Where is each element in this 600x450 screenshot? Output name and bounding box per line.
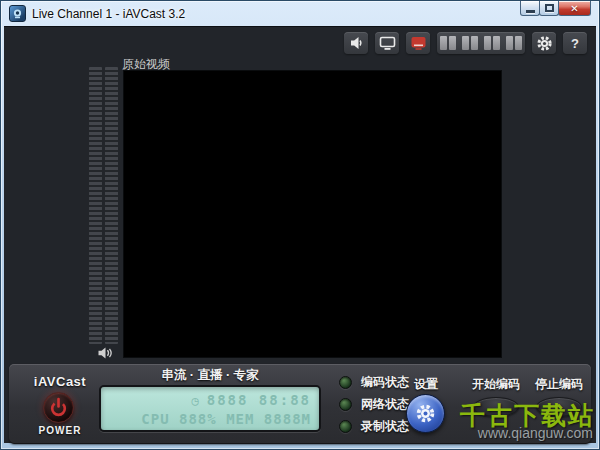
audio-level-meter <box>89 67 121 344</box>
maximize-button[interactable] <box>539 1 559 16</box>
encoding-status-label: 编码状态 <box>361 374 409 391</box>
slogan-label: 串流 · 直播 · 专家 <box>99 367 321 384</box>
channel-meter-icon <box>484 36 500 50</box>
recording-status-label: 录制状态 <box>361 418 409 435</box>
preview-monitor-button[interactable] <box>375 32 399 54</box>
power-label: POWER <box>31 425 89 436</box>
clock-icon: ◷ <box>191 394 200 408</box>
app-icon <box>9 5 26 22</box>
close-button[interactable]: ✕ <box>558 1 591 16</box>
lcd-display: ◷8888 88:88 CPU 888% MEM 8888M <box>99 385 321 432</box>
watermark-url: www.qianguw.com <box>478 425 593 441</box>
audio-toggle-button[interactable] <box>344 32 368 54</box>
encoding-status-led <box>339 376 352 389</box>
network-status-label: 网络状态 <box>361 396 409 413</box>
status-indicators: 编码状态 网络状态 录制状态 <box>339 375 409 441</box>
minimize-icon <box>526 10 535 13</box>
maximize-icon <box>545 4 554 12</box>
settings-toolbar-button[interactable] <box>532 32 556 54</box>
gear-icon <box>536 35 553 52</box>
gear-icon <box>415 403 436 424</box>
help-icon: ? <box>571 36 579 51</box>
title-bar[interactable]: Live Channel 1 - iAVCast 3.2 ✕ <box>1 1 599 26</box>
record-monitor-button[interactable] <box>406 32 430 54</box>
channel-meter-icon <box>440 36 456 50</box>
video-preview <box>123 70 502 358</box>
window-title: Live Channel 1 - iAVCast 3.2 <box>32 7 185 21</box>
lcd-time-value: 8888 88:88 <box>207 392 311 408</box>
channel-bank-button[interactable] <box>437 32 525 54</box>
stop-encoding-label[interactable]: 停止编码 <box>528 376 590 393</box>
start-encoding-label[interactable]: 开始编码 <box>465 376 527 393</box>
meter-left-channel <box>89 67 102 344</box>
recording-status-led <box>339 420 352 433</box>
channel-meter-icon <box>506 36 522 50</box>
brand-label: iAVCast <box>31 374 89 389</box>
speaker-icon <box>349 36 364 50</box>
toolbar: ? <box>344 32 587 54</box>
close-icon: ✕ <box>570 3 578 14</box>
network-status-led <box>339 398 352 411</box>
red-monitor-icon <box>410 36 427 51</box>
minimize-button[interactable] <box>520 1 540 16</box>
status-row-network: 网络状态 <box>339 397 409 411</box>
settings-button[interactable] <box>406 394 445 433</box>
lcd-stats-line: CPU 888% MEM 8888M <box>101 411 311 427</box>
client-area: ? 原始视频 iAVCast POWER <box>4 26 596 443</box>
channel-meter-icon <box>462 36 478 50</box>
window-controls: ✕ <box>521 1 591 16</box>
monitor-mute-button[interactable] <box>97 346 113 364</box>
settings-label: 设置 <box>405 376 447 393</box>
monitor-icon <box>379 36 396 51</box>
help-button[interactable]: ? <box>563 32 587 54</box>
power-button[interactable] <box>43 392 74 423</box>
status-row-recording: 录制状态 <box>339 419 409 433</box>
power-icon <box>48 397 69 418</box>
app-window: Live Channel 1 - iAVCast 3.2 ✕ <box>0 0 600 450</box>
status-row-encoding: 编码状态 <box>339 375 409 389</box>
speaker-icon <box>97 346 113 360</box>
lcd-time-line: ◷8888 88:88 <box>101 392 311 408</box>
webcam-icon <box>12 8 23 19</box>
meter-right-channel <box>105 67 118 344</box>
